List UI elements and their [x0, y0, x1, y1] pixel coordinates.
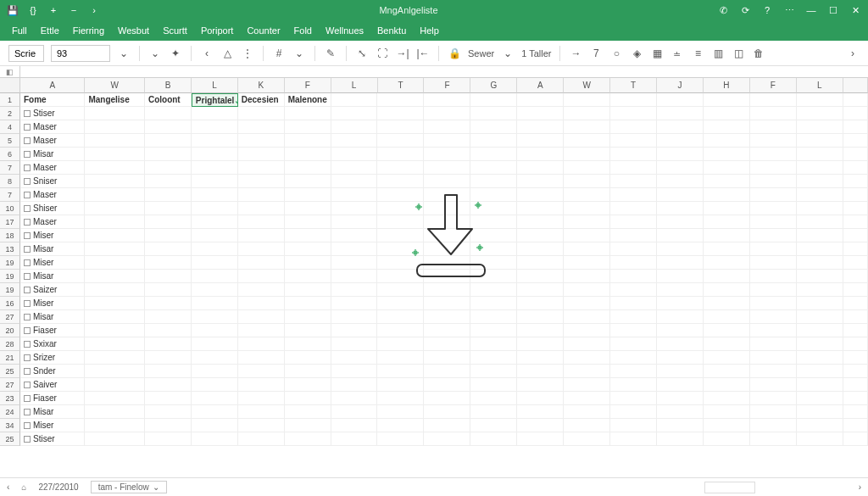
row-header[interactable]: 34	[0, 419, 20, 432]
cell[interactable]	[564, 242, 610, 256]
cell[interactable]	[85, 283, 145, 297]
cell[interactable]	[797, 419, 843, 432]
cell[interactable]: Prightalel⌄	[192, 93, 238, 107]
triangle-up-icon[interactable]: △	[220, 47, 234, 60]
cell[interactable]	[145, 229, 192, 242]
cell[interactable]	[657, 120, 704, 134]
cell[interactable]	[704, 134, 750, 148]
cell[interactable]	[145, 215, 192, 229]
cell[interactable]	[377, 405, 424, 419]
cell[interactable]: Mangelise	[85, 93, 145, 107]
cell[interactable]	[750, 324, 797, 337]
cell[interactable]	[145, 378, 192, 392]
cell[interactable]	[517, 242, 564, 256]
plus-icon[interactable]: +	[47, 4, 59, 16]
column-header[interactable]: B	[145, 78, 192, 93]
cell[interactable]	[610, 148, 657, 161]
cell[interactable]	[657, 310, 704, 324]
cell[interactable]: Fiaser	[20, 324, 85, 337]
cell[interactable]	[797, 283, 843, 297]
cell[interactable]	[145, 283, 192, 297]
row-header[interactable]: 21	[0, 351, 20, 365]
row-header[interactable]: 5	[0, 134, 20, 148]
cell[interactable]	[470, 365, 517, 378]
cell[interactable]	[610, 175, 657, 188]
cell[interactable]	[657, 351, 704, 365]
column-header[interactable]: W	[85, 78, 145, 93]
phone-icon[interactable]: ✆	[717, 4, 729, 16]
cell[interactable]	[238, 161, 285, 175]
checkbox-icon[interactable]	[24, 219, 31, 226]
row-header[interactable]: 2	[0, 107, 20, 120]
cell[interactable]	[424, 107, 470, 120]
cell[interactable]	[704, 215, 750, 229]
cell[interactable]	[564, 297, 610, 310]
cell[interactable]	[285, 134, 331, 148]
cell[interactable]	[238, 432, 285, 446]
row-header[interactable]: 7	[0, 161, 20, 175]
checkbox-icon[interactable]	[24, 287, 31, 293]
column-header[interactable]: T	[378, 78, 425, 93]
cell[interactable]	[377, 175, 424, 188]
cell[interactable]	[238, 365, 285, 378]
checkbox-icon[interactable]	[24, 327, 31, 334]
cell[interactable]	[470, 392, 517, 405]
align-bottom-icon[interactable]: ⫨	[670, 47, 684, 60]
chevron-right-icon[interactable]: ›	[88, 4, 100, 16]
checkbox-icon[interactable]	[24, 232, 31, 239]
checkbox-icon[interactable]	[24, 436, 31, 443]
cell[interactable]	[704, 229, 750, 242]
cell[interactable]	[704, 283, 750, 297]
cell[interactable]	[704, 324, 750, 337]
cell[interactable]	[610, 188, 657, 202]
cell[interactable]	[192, 202, 238, 215]
cell[interactable]	[704, 310, 750, 324]
close-icon[interactable]: ✕	[849, 4, 861, 16]
cell[interactable]: Miser	[20, 419, 85, 432]
overlap-icon[interactable]: ◫	[732, 47, 745, 60]
circle-icon[interactable]: ○	[609, 47, 623, 60]
cell[interactable]	[517, 283, 564, 297]
cell[interactable]	[192, 324, 238, 337]
more-icon[interactable]: ⋯	[783, 4, 795, 16]
checkbox-icon[interactable]	[24, 314, 31, 320]
cell[interactable]	[192, 405, 238, 419]
cell[interactable]	[331, 242, 378, 256]
cell[interactable]	[750, 256, 797, 270]
chevron-down-icon[interactable]: ⌄	[148, 47, 162, 60]
cell[interactable]	[192, 161, 238, 175]
row-header[interactable]: 27	[0, 378, 20, 392]
cell[interactable]	[843, 120, 868, 134]
checkbox-icon[interactable]	[24, 273, 31, 280]
cell[interactable]	[704, 161, 750, 175]
column-header[interactable]: F	[424, 78, 470, 93]
cell[interactable]	[285, 310, 331, 324]
column-header[interactable]: L	[192, 78, 238, 93]
cell[interactable]	[285, 324, 331, 337]
cell[interactable]	[517, 93, 564, 107]
menu-scurtt[interactable]: Scurtt	[163, 25, 187, 36]
cell[interactable]	[331, 256, 378, 270]
cell[interactable]	[843, 161, 868, 175]
checkbox-icon[interactable]	[24, 151, 31, 158]
cell[interactable]	[704, 107, 750, 120]
cell[interactable]	[377, 107, 424, 120]
column-header[interactable]: F	[285, 78, 331, 93]
cell[interactable]	[797, 337, 843, 351]
cell[interactable]	[564, 107, 610, 120]
cell[interactable]	[331, 283, 378, 297]
cell[interactable]	[424, 120, 470, 134]
cell[interactable]	[424, 297, 470, 310]
cell[interactable]	[657, 256, 704, 270]
cell[interactable]	[145, 310, 192, 324]
cell[interactable]: Srizer	[20, 351, 85, 365]
cell[interactable]	[610, 310, 657, 324]
cell[interactable]	[192, 134, 238, 148]
cell[interactable]	[145, 148, 192, 161]
spreadsheet-grid[interactable]: AWBLKFLTFGAWTJHFL 1FomeMangeliseColoontP…	[0, 78, 868, 477]
fontsize-input[interactable]	[51, 45, 110, 62]
cell[interactable]	[331, 297, 378, 310]
cell[interactable]	[564, 419, 610, 432]
cell[interactable]	[564, 405, 610, 419]
cell[interactable]	[843, 310, 868, 324]
